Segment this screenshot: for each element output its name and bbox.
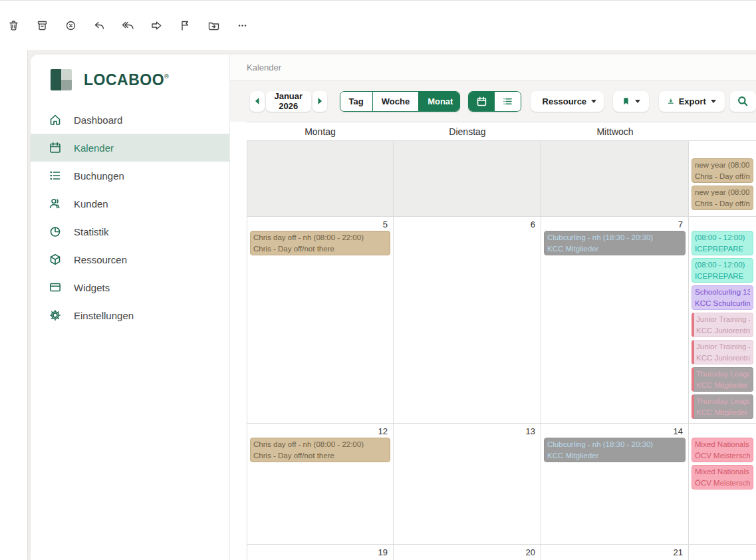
sidebar-item-widgets[interactable]: Widgets [31, 273, 229, 301]
month-label-button[interactable]: Januar 2026 [266, 91, 312, 112]
event-title: Thursday League - n [696, 368, 750, 380]
calendar-event[interactable]: Chris day off - nh (08:00 - 22:00)Chris … [250, 231, 390, 255]
sidebar-item-label: Kalender [74, 142, 114, 154]
calendar-event[interactable]: Clubcurling - nh (18:30 - 20:30)KCC Mitg… [544, 438, 686, 462]
calendar-event[interactable]: Thursday League - nKCC Mitglieder [692, 367, 753, 392]
event-subtitle: KCC Schulcurling [695, 298, 750, 309]
report-icon[interactable] [64, 19, 77, 32]
sidebar-item-kalender[interactable]: Kalender [31, 134, 229, 162]
card-icon [49, 281, 62, 294]
sidebar-item-buchungen[interactable]: Buchungen [31, 162, 229, 190]
chevron-left-icon [253, 96, 262, 106]
view-range-segmented-control: TagWocheMonat [340, 91, 460, 112]
sidebar-item-kunden[interactable]: Kunden [31, 190, 229, 217]
view-tab-woche[interactable]: Woche [373, 92, 419, 111]
day-number[interactable]: 5 [383, 219, 388, 229]
sidebar-item-label: Dashboard [74, 114, 122, 126]
reply-icon[interactable] [93, 19, 106, 32]
calendar-day-cell[interactable] [394, 141, 541, 216]
chevron-down-icon [711, 100, 716, 103]
list-icon [502, 96, 513, 107]
sidebar-item-einstellungen[interactable]: Einstellungen [31, 301, 229, 329]
sidebar-item-label: Buchungen [74, 170, 124, 182]
calendar-day-cell[interactable]: 21 [541, 545, 689, 560]
move-to-folder-icon[interactable] [207, 19, 220, 32]
calendar-toolbar: Januar 2026 TagWocheMonat Ressource [230, 80, 756, 122]
locaboo-logo[interactable]: LOCABOO® [51, 69, 229, 91]
delete-icon[interactable] [7, 19, 20, 32]
calendar-day-cell[interactable] [689, 545, 756, 560]
calendar-event[interactable]: (08:00 - 12:00)ICEPREPARE [692, 231, 753, 255]
forward-icon[interactable] [150, 19, 163, 32]
ressource-filter-button[interactable]: Ressource [531, 91, 604, 112]
app-card: LOCABOO® DashboardKalenderBuchungenKunde… [31, 55, 756, 560]
calendar-event[interactable]: new year (08:00 - 22:00)Chris - Day off/… [692, 158, 753, 183]
calendar-day-cell[interactable]: 12Chris day off - nh (08:00 - 22:00)Chri… [247, 424, 394, 544]
view-tab-tag[interactable]: Tag [340, 92, 373, 111]
calendar-event[interactable]: Schoolcurling 13:45KCC Schulcurling [692, 285, 753, 310]
event-subtitle: Chris - Day off/not there [253, 450, 387, 462]
calendar-view-button[interactable] [469, 92, 495, 111]
calendar-day-cell[interactable]: 14Clubcurling - nh (18:30 - 20:30)KCC Mi… [541, 424, 689, 544]
home-icon [49, 113, 62, 126]
day-number[interactable]: 19 [378, 547, 388, 557]
main-area: Kalender Januar 2026 TagWocheMonat [230, 55, 756, 560]
view-tab-monat[interactable]: Monat [419, 92, 459, 111]
reply-all-icon[interactable] [122, 19, 134, 32]
export-button[interactable]: Export [659, 91, 725, 112]
day-number[interactable]: 14 [674, 426, 683, 436]
calendar-day-cell[interactable]: Mixed Nationals - nhÖCV MeisterschaftMix… [689, 424, 756, 544]
sidebar-item-dashboard[interactable]: Dashboard [31, 106, 229, 134]
day-number[interactable]: 20 [526, 547, 535, 557]
calendar-event[interactable]: new year (08:00 - 22:00)Chris - Day off/… [692, 186, 753, 210]
calendar-day-cell[interactable]: 5Chris day off - nh (08:00 - 22:00)Chris… [247, 217, 394, 423]
day-number[interactable]: 13 [526, 426, 535, 436]
day-number[interactable]: 6 [531, 219, 535, 229]
calendar-day-cell[interactable] [247, 141, 394, 216]
calendar-event[interactable]: Junior Training - nhKCC Juniorentraining [692, 340, 753, 364]
list-view-button[interactable] [495, 92, 521, 111]
event-title: new year (08:00 - 22:00) [695, 160, 750, 171]
calendar-event[interactable]: Thursday League - nKCC Mitglieder [692, 394, 753, 419]
calendar-event[interactable]: (08:00 - 12:00)ICEPREPARE [692, 258, 753, 283]
calendar-day-cell[interactable]: 20 [394, 545, 541, 560]
locaboo-logo-icon [51, 69, 72, 90]
calendar-event[interactable]: Clubcurling - nh (18:30 - 20:30)KCC Mitg… [544, 231, 686, 255]
sidebar-item-statistik[interactable]: Statistik [31, 217, 229, 245]
more-options-icon[interactable] [236, 19, 249, 32]
calendar-day-cell[interactable]: new year (08:00 - 22:00)Chris - Day off/… [689, 141, 756, 216]
search-button[interactable] [730, 91, 756, 112]
download-icon [668, 96, 674, 107]
calendar-day-cell[interactable]: 13 [394, 424, 541, 544]
export-button-label: Export [679, 96, 706, 106]
event-subtitle: ÖCV Meisterschaft [695, 450, 750, 462]
logo-wordmark: LOCABOO® [84, 71, 169, 89]
list-icon [49, 169, 62, 182]
event-title: Clubcurling - nh (18:30 - 20:30) [547, 232, 682, 243]
calendar-event[interactable]: Mixed Nationals - nhÖCV Meisterschaft [692, 438, 753, 462]
event-subtitle: KCC Mitglieder [547, 450, 682, 462]
prev-month-button[interactable] [250, 91, 265, 112]
calendar-day-cell[interactable] [541, 141, 689, 216]
archive-icon[interactable] [36, 19, 49, 32]
calendar-week-row: new year (08:00 - 22:00)Chris - Day off/… [247, 141, 756, 217]
sidebar-item-label: Statistik [74, 226, 109, 237]
day-number[interactable]: 12 [378, 426, 388, 436]
next-month-button[interactable] [313, 91, 327, 112]
calendar-event[interactable]: Mixed Nationals - nhÖCV Meisterschaft [692, 465, 753, 490]
day-number[interactable]: 21 [674, 547, 683, 557]
pie-chart-icon [49, 225, 62, 238]
display-mode-toggle [468, 91, 521, 112]
calendar-event[interactable]: Junior Training - nhKCC Juniorentraining [692, 313, 753, 337]
day-number[interactable]: 7 [678, 219, 683, 229]
calendar-day-cell[interactable]: 7Clubcurling - nh (18:30 - 20:30)KCC Mit… [541, 217, 689, 423]
calendar-day-cell[interactable]: 19 [247, 545, 394, 560]
flag-icon[interactable] [179, 19, 191, 32]
calendar-day-cell[interactable]: (08:00 - 12:00)ICEPREPARE(08:00 - 12:00)… [689, 217, 756, 423]
day-header [689, 122, 756, 140]
sidebar-item-ressourcen[interactable]: Ressourcen [31, 245, 229, 273]
calendar-event[interactable]: Chris day off - nh (08:00 - 22:00)Chris … [250, 438, 390, 462]
bookmark-button[interactable] [613, 91, 649, 112]
calendar-day-cell[interactable]: 6 [394, 217, 541, 423]
calendar-week-row: 192021 [247, 545, 756, 560]
